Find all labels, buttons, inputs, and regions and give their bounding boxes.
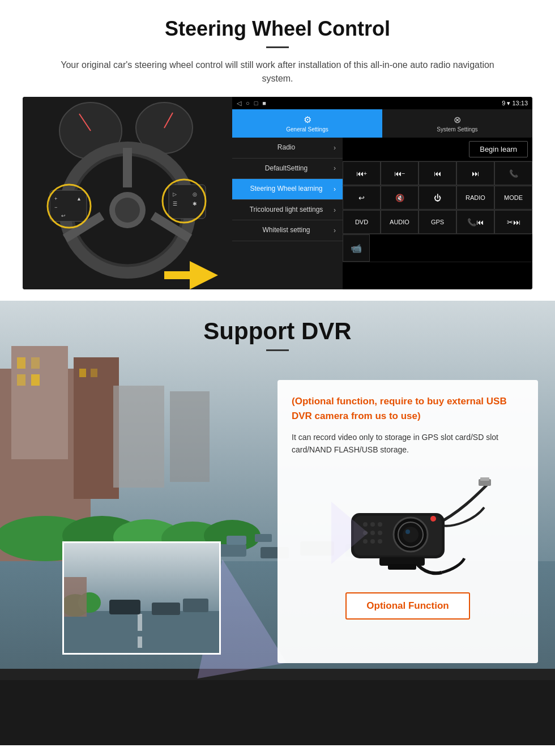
svg-rect-30 [74,357,119,499]
menu-item-steering-learning[interactable]: Steering Wheel learning › [232,179,343,200]
menu-tricoloured-label: Tricoloured light settings [239,206,334,215]
ctrl-radio[interactable]: RADIO [456,186,494,210]
control-row-1: ⏮+ ⏮− ⏮ ⏭ 📞 [343,161,532,186]
steering-section: Steering Wheel Control Your original car… [0,0,555,301]
svg-rect-53 [255,534,272,542]
ctrl-gps[interactable]: GPS [419,210,456,234]
svg-point-77 [370,539,375,544]
svg-text:✱: ✱ [193,201,197,207]
svg-point-75 [378,531,382,535]
ctrl-dvd[interactable]: DVD [343,210,381,234]
svg-rect-62 [183,599,208,612]
svg-point-83 [430,516,436,522]
svg-rect-85 [388,564,416,570]
ctrl-next-track[interactable]: ⏭ [456,161,494,185]
ctrl-vol-up[interactable]: ⏮+ [343,161,381,185]
status-icons: ◁ ○ □ ■ [237,100,266,107]
ctrl-power[interactable]: ⏻ [419,186,456,210]
svg-rect-54 [0,672,555,745]
svg-rect-33 [17,374,25,386]
dvr-optional-text: (Optional function, require to buy exter… [292,394,524,423]
svg-rect-58 [138,614,142,631]
svg-text:−: − [54,204,57,210]
recents-icon[interactable]: □ [254,100,258,107]
tab-system-settings[interactable]: ⊗ System Settings [382,109,532,138]
android-ui: ◁ ○ □ ■ 9 ▾ 13:13 ⚙ General Settings ⊗ [232,97,532,289]
tab-system-label: System Settings [437,126,477,133]
optional-function-button[interactable]: Optional Function [345,592,470,620]
begin-learn-row: Begin learn [343,138,532,161]
ctrl-phone[interactable]: 📞 [494,161,532,185]
dvr-title-area: Support DVR [0,301,555,360]
tab-general-label: General Settings [286,126,328,133]
android-tabs: ⚙ General Settings ⊗ System Settings [232,109,532,138]
dvr-section: Support DVR [0,301,555,745]
menu-item-defaultsetting[interactable]: DefaultSetting › [232,159,343,180]
menu-whitelist-label: Whitelist setting [239,226,334,235]
menu-list: Radio › DefaultSetting › Steering Wheel … [232,138,343,289]
svg-rect-25 [164,271,193,279]
svg-rect-36 [91,369,97,377]
ctrl-prev-track[interactable]: ⏮ [419,161,456,185]
ctrl-back-call[interactable]: ↩ [343,186,381,210]
chevron-icon-radio: › [334,144,336,152]
dvr-divider [266,349,289,351]
control-row-2: ↩ 🔇 ⏻ RADIO MODE [343,186,532,210]
svg-point-70 [363,522,368,527]
menu-item-whitelist[interactable]: Whitelist setting › [232,220,343,241]
svg-text:▷: ▷ [173,191,177,197]
svg-text:+: + [54,196,57,202]
svg-rect-57 [64,611,221,655]
svg-rect-67 [480,477,489,481]
ctrl-mute[interactable]: 🔇 [381,186,419,210]
ctrl-call-prev[interactable]: 📞⏮ [456,210,494,234]
ctrl-dvd-icon[interactable]: 📹 [343,234,370,262]
ctrl-mode[interactable]: MODE [494,186,532,210]
svg-point-11 [115,198,140,223]
menu-item-radio[interactable]: Radio › [232,138,343,159]
svg-text:☰: ☰ [173,201,177,207]
menu-defaultsetting-label: DefaultSetting [239,164,334,173]
chevron-icon-tricoloured: › [334,206,336,214]
svg-point-82 [405,529,410,534]
svg-point-76 [363,539,368,544]
steering-wheel-svg: + ▲ − ↩ ▷ ◎ ☰ ✱ [23,97,232,289]
back-icon[interactable]: ◁ [237,100,241,107]
menu-radio-label: Radio [239,143,334,152]
svg-rect-65 [64,577,87,617]
svg-rect-37 [113,386,164,488]
svg-point-71 [370,522,375,527]
thumbnail-svg [64,543,221,655]
begin-learn-button[interactable]: Begin learn [469,141,528,157]
svg-rect-55 [0,669,555,680]
svg-text:↩: ↩ [61,213,66,219]
menu-icon[interactable]: ■ [262,100,266,107]
ctrl-vol-down[interactable]: ⏮− [381,161,419,185]
svg-point-74 [370,531,375,535]
camera-svg [323,468,493,581]
android-content: Radio › DefaultSetting › Steering Wheel … [232,138,532,289]
svg-point-72 [378,522,382,527]
chevron-icon-default: › [334,164,336,172]
steering-title: Steering Wheel Control [23,17,532,41]
ctrl-audio[interactable]: AUDIO [381,210,419,234]
tab-general-settings[interactable]: ⚙ General Settings [232,109,382,138]
title-divider [266,46,289,48]
svg-rect-59 [138,637,142,648]
svg-rect-61 [152,603,180,615]
ctrl-cut-next[interactable]: ✂⏭ [494,210,532,234]
thumbnail-inner [64,543,219,653]
menu-steering-label: Steering Wheel learning [239,185,334,194]
svg-text:◎: ◎ [193,191,197,197]
svg-rect-34 [31,374,40,386]
control-row-3: DVD AUDIO GPS 📞⏮ ✂⏭ [343,210,532,234]
dvr-thumbnail [62,541,221,655]
clock: 13:13 [512,100,528,106]
controls-area: Begin learn ⏮+ ⏮− ⏮ ⏭ 📞 ↩ 🔇 ⏻ [343,138,532,289]
svg-point-78 [378,539,382,544]
menu-item-tricoloured[interactable]: Tricoloured light settings › [232,200,343,221]
dvr-camera-illustration [323,468,493,581]
home-icon[interactable]: ○ [246,100,250,107]
svg-rect-35 [79,369,86,377]
signal-icon: 9 ▾ [502,100,510,106]
